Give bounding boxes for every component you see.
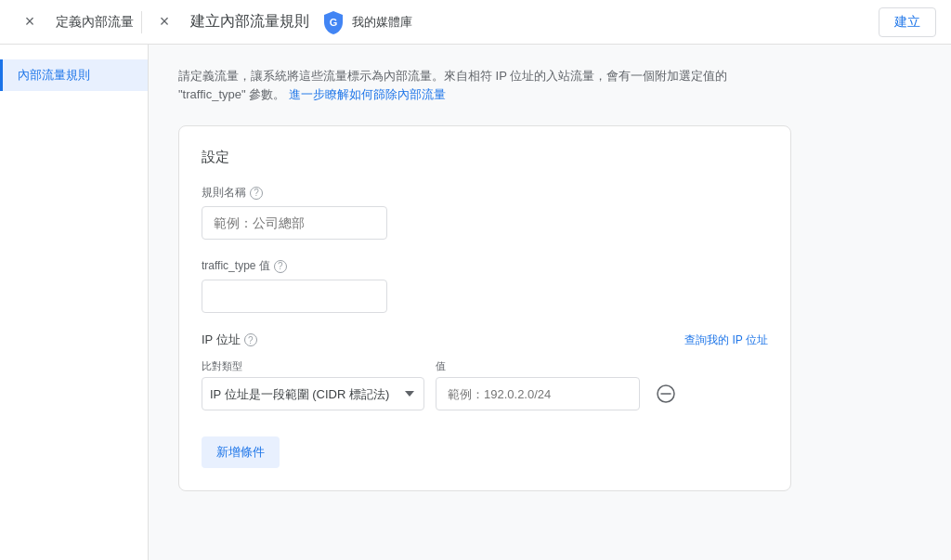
sidebar-item-internal-traffic[interactable]: 內部流量規則 (0, 59, 148, 91)
card-title: 設定 (202, 149, 768, 166)
ip-value-label: 值 (436, 359, 640, 373)
compare-type-select[interactable]: IP 位址是一段範圍 (CIDR 標記法) IP 位址等於 IP 位址開頭為 I… (202, 377, 424, 410)
ip-section-header: IP 位址 ? 查詢我的 IP 位址 (202, 332, 768, 348)
remove-ip-button[interactable] (651, 377, 681, 410)
main-close-button[interactable]: × (15, 7, 45, 37)
svg-text:G: G (330, 17, 338, 28)
top-bar-right: × 建立內部流量規則 G 我的媒體庫 (150, 7, 412, 37)
rule-name-input[interactable] (202, 206, 387, 240)
traffic-type-input[interactable]: internal (202, 280, 387, 313)
description-text: 請定義流量，讓系統將這些流量標示為內部流量。來自相符 IP 位址的入站流量，會有… (178, 67, 791, 103)
rule-name-label: 規則名稱 ? (202, 185, 768, 201)
dialog-close-button[interactable]: × (150, 7, 179, 37)
rule-name-group: 規則名稱 ? (202, 185, 768, 240)
ga-logo-icon: G (320, 9, 346, 35)
dialog-title: 建立內部流量規則 (190, 12, 309, 32)
traffic-type-group: traffic_type 值 ? internal (202, 258, 768, 313)
ip-value-input[interactable] (436, 377, 640, 410)
find-my-ip-link[interactable]: 查詢我的 IP 位址 (684, 332, 768, 348)
ga-property-icon: G 我的媒體庫 (320, 9, 412, 35)
sidebar: 內部流量規則 (0, 45, 149, 560)
content-area: 請定義流量，讓系統將這些流量標示為內部流量。來自相符 IP 位址的入站流量，會有… (149, 45, 951, 560)
property-name: 我的媒體庫 (352, 14, 412, 31)
compare-type-label: 比對類型 (202, 359, 424, 373)
add-condition-button[interactable]: 新增條件 (202, 436, 280, 468)
traffic-type-label: traffic_type 值 ? (202, 258, 768, 274)
compare-type-col: 比對類型 IP 位址是一段範圍 (CIDR 標記法) IP 位址等於 IP 位址… (202, 359, 424, 410)
ip-value-col: 值 (436, 359, 640, 410)
top-bar-left: × 定義內部流量 (15, 7, 134, 37)
top-bar-divider (141, 11, 142, 33)
minus-circle-icon (657, 384, 675, 403)
top-bar: × 定義內部流量 × 建立內部流量規則 G 我的媒體庫 建立 (0, 0, 951, 45)
ip-section-title: IP 位址 ? (202, 332, 257, 348)
learn-more-link[interactable]: 進一步瞭解如何篩除內部流量 (289, 87, 446, 101)
ip-section: IP 位址 ? 查詢我的 IP 位址 比對類型 IP 位址是一段範圍 (CIDR… (202, 332, 768, 410)
ip-row: 比對類型 IP 位址是一段範圍 (CIDR 標記法) IP 位址等於 IP 位址… (202, 359, 768, 410)
main-title: 定義內部流量 (56, 14, 134, 31)
ip-help-icon[interactable]: ? (244, 333, 257, 346)
settings-card: 設定 規則名稱 ? traffic_type 值 ? internal (178, 125, 791, 491)
main-area: 內部流量規則 請定義流量，讓系統將這些流量標示為內部流量。來自相符 IP 位址的… (0, 45, 951, 560)
rule-name-help-icon[interactable]: ? (250, 187, 263, 200)
create-button[interactable]: 建立 (879, 7, 936, 37)
traffic-type-help-icon[interactable]: ? (274, 260, 287, 273)
